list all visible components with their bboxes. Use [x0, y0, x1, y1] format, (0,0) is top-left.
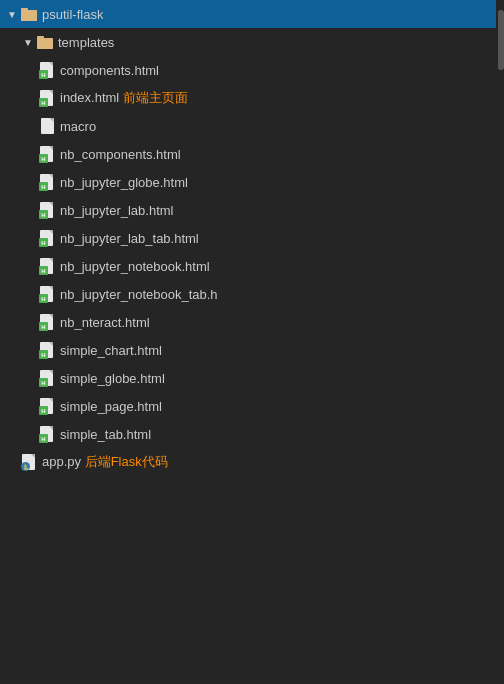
file-label: simple_globe.html — [60, 371, 165, 386]
svg-rect-5 — [37, 38, 53, 49]
list-item[interactable]: macro — [0, 112, 504, 140]
py-file-icon: 🐍 — [20, 453, 38, 471]
list-item[interactable]: H nb_jupyter_notebook_tab.h — [0, 280, 504, 308]
list-item[interactable]: H nb_jupyter_notebook.html — [0, 252, 504, 280]
file-label: nb_jupyter_lab_tab.html — [60, 231, 199, 246]
scrollbar-thumb[interactable] — [498, 10, 504, 70]
file-label: nb_jupyter_notebook.html — [60, 259, 210, 274]
scrollbar[interactable] — [496, 0, 504, 684]
html-file-icon: H — [38, 173, 56, 191]
list-item[interactable]: H simple_page.html — [0, 392, 504, 420]
html-file-icon: H — [38, 369, 56, 387]
html-file-icon: H — [38, 201, 56, 219]
html-file-icon: H — [38, 229, 56, 247]
templates-folder-label: templates — [58, 35, 114, 50]
file-label: nb_nteract.html — [60, 315, 150, 330]
file-tree: ▼ psutil-flask ▼ templates — [0, 0, 504, 684]
html-file-icon: H — [38, 285, 56, 303]
html-file-icon: H — [38, 425, 56, 443]
list-item[interactable]: H simple_tab.html — [0, 420, 504, 448]
chevron-down-icon: ▼ — [4, 6, 20, 22]
list-item[interactable]: H nb_jupyter_lab_tab.html — [0, 224, 504, 252]
html-file-icon: H — [38, 89, 56, 107]
app-py-item[interactable]: 🐍 app.py 后端Flask代码 — [0, 448, 504, 476]
html-file-icon: H — [38, 397, 56, 415]
root-folder-label: psutil-flask — [42, 7, 103, 22]
file-label: simple_chart.html — [60, 343, 162, 358]
folder-icon — [36, 33, 54, 51]
list-item[interactable]: H nb_jupyter_globe.html — [0, 168, 504, 196]
file-label: nb_jupyter_notebook_tab.h — [60, 287, 218, 302]
file-annotation: 前端主页面 — [123, 90, 188, 105]
file-label: components.html — [60, 63, 159, 78]
app-py-label: app.py 后端Flask代码 — [42, 453, 168, 471]
templates-folder-item[interactable]: ▼ templates — [0, 28, 504, 56]
file-label: nb_jupyter_lab.html — [60, 203, 173, 218]
list-item[interactable]: H simple_chart.html — [0, 336, 504, 364]
chevron-down-icon: ▼ — [20, 34, 36, 50]
html-file-icon: H — [38, 257, 56, 275]
file-label: simple_page.html — [60, 399, 162, 414]
html-file-icon: H — [38, 313, 56, 331]
list-item[interactable]: H components.html — [0, 56, 504, 84]
svg-rect-2 — [21, 10, 37, 21]
folder-icon — [20, 5, 38, 23]
list-item[interactable]: H nb_jupyter_lab.html — [0, 196, 504, 224]
file-label: nb_components.html — [60, 147, 181, 162]
app-py-annotation: 后端Flask代码 — [85, 454, 168, 469]
html-file-icon: H — [38, 145, 56, 163]
html-file-icon: H — [38, 341, 56, 359]
list-item[interactable]: H index.html 前端主页面 — [0, 84, 504, 112]
file-label: nb_jupyter_globe.html — [60, 175, 188, 190]
html-file-icon: H — [38, 61, 56, 79]
generic-file-icon — [38, 117, 56, 135]
file-label: macro — [60, 119, 96, 134]
list-item[interactable]: H nb_nteract.html — [0, 308, 504, 336]
list-item[interactable]: H nb_components.html — [0, 140, 504, 168]
file-label: simple_tab.html — [60, 427, 151, 442]
file-label: index.html 前端主页面 — [60, 89, 188, 107]
root-folder-item[interactable]: ▼ psutil-flask — [0, 0, 504, 28]
list-item[interactable]: H simple_globe.html — [0, 364, 504, 392]
